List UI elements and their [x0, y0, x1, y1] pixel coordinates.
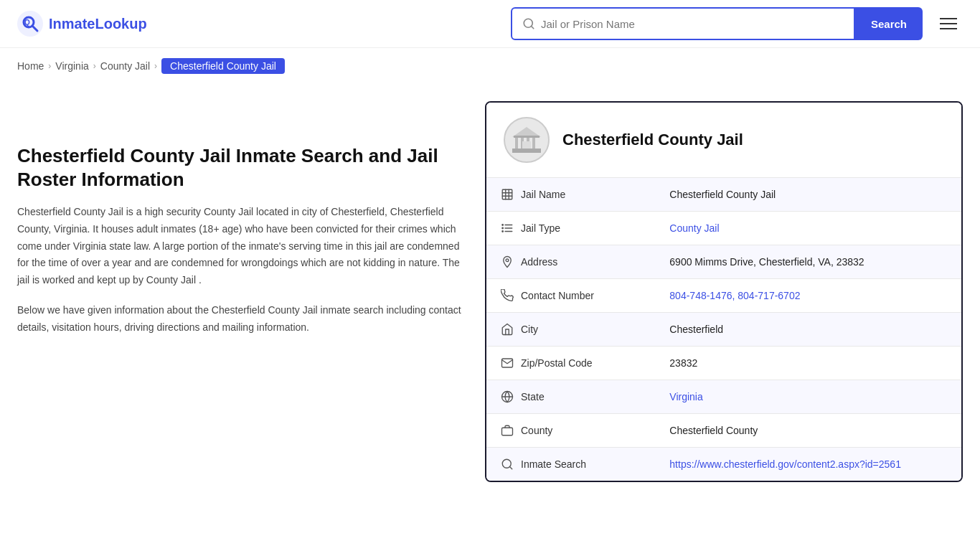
breadcrumb-sep-2: › — [93, 61, 96, 71]
table-row: CityChesterfield — [486, 313, 961, 347]
table-row: CountyChesterfield County — [486, 414, 961, 448]
label-text: City — [521, 324, 538, 335]
cell-value: 23832 — [655, 347, 961, 380]
label-text: Contact Number — [521, 290, 594, 301]
cell-label: Address — [486, 245, 630, 278]
svg-rect-14 — [502, 189, 512, 199]
svg-marker-11 — [512, 127, 541, 137]
label-text: Address — [521, 256, 557, 268]
hamburger-line-2 — [940, 23, 957, 24]
table-row: Jail NameChesterfield County Jail — [486, 178, 961, 212]
page-title: Chesterfield County Jail Inmate Search a… — [17, 144, 462, 191]
svg-point-18 — [502, 225, 504, 226]
table-row: Address6900 Mimms Drive, Chesterfield, V… — [486, 245, 961, 279]
label-text: State — [521, 391, 545, 402]
hamburger-menu[interactable] — [934, 12, 963, 35]
main-content: Chesterfield County Jail Inmate Search a… — [0, 84, 980, 511]
breadcrumb-sep-3: › — [154, 61, 157, 71]
jail-avatar — [504, 117, 550, 163]
breadcrumb-sep-1: › — [48, 61, 51, 71]
table-row: Jail TypeCounty Jail — [486, 212, 961, 245]
cell-value: Chesterfield County — [655, 414, 961, 448]
svg-point-0 — [17, 11, 43, 37]
table-row: Inmate Searchhttps://www.chesterfield.go… — [486, 448, 961, 481]
cell-value: Chesterfield County Jail — [655, 178, 961, 212]
logo[interactable]: Q InmateLookup — [17, 11, 147, 37]
header: Q InmateLookup Search — [0, 0, 980, 48]
cell-value: 6900 Mimms Drive, Chesterfield, VA, 2383… — [655, 245, 961, 279]
svg-rect-13 — [522, 141, 531, 149]
card-header: Chesterfield County Jail — [486, 103, 961, 177]
svg-line-26 — [509, 466, 512, 468]
cell-label: State — [486, 380, 630, 413]
label-text: Zip/Postal Code — [521, 357, 593, 369]
search-box — [511, 7, 855, 40]
right-column: Chesterfield County Jail Jail NameCheste… — [485, 101, 963, 482]
table-row: StateVirginia — [486, 380, 961, 414]
cell-label: County — [486, 414, 630, 447]
svg-rect-24 — [502, 428, 513, 435]
cell-label: Jail Type — [486, 212, 630, 245]
left-column: Chesterfield County Jail Inmate Search a… — [17, 101, 462, 482]
breadcrumb: Home › Virginia › County Jail › Chesterf… — [0, 48, 980, 84]
label-text: Inmate Search — [521, 458, 586, 470]
breadcrumb-state[interactable]: Virginia — [55, 60, 88, 72]
hamburger-line-3 — [940, 28, 957, 29]
breadcrumb-type[interactable]: County Jail — [100, 60, 150, 72]
svg-rect-6 — [512, 149, 541, 153]
cell-link[interactable]: https://www.chesterfield.gov/content2.as… — [669, 458, 901, 470]
cell-label: Contact Number — [486, 279, 630, 312]
svg-text:Q: Q — [24, 19, 30, 27]
search-icon — [522, 17, 535, 30]
search-area: Search — [511, 7, 963, 40]
breadcrumb-home[interactable]: Home — [17, 60, 44, 72]
breadcrumb-current: Chesterfield County Jail — [161, 58, 285, 74]
svg-rect-7 — [515, 137, 518, 149]
cell-value[interactable]: 804-748-1476, 804-717-6702 — [655, 279, 961, 313]
description-1: Chesterfield County Jail is a high secur… — [17, 204, 462, 289]
svg-rect-12 — [514, 136, 540, 138]
label-text: Jail Type — [521, 222, 560, 234]
svg-line-5 — [531, 26, 533, 28]
label-text: Jail Name — [521, 189, 565, 200]
svg-point-21 — [506, 259, 509, 262]
courthouse-icon — [509, 123, 544, 157]
description-2: Below we have given information about th… — [17, 302, 462, 336]
info-table: Jail NameChesterfield County JailJail Ty… — [486, 177, 961, 481]
svg-point-19 — [502, 227, 504, 229]
cell-label: Zip/Postal Code — [486, 347, 630, 380]
hamburger-line-1 — [940, 18, 957, 19]
cell-link[interactable]: 804-748-1476, 804-717-6702 — [669, 290, 800, 301]
search-input[interactable] — [541, 18, 844, 30]
svg-point-20 — [502, 231, 504, 232]
cell-value[interactable]: Virginia — [655, 380, 961, 414]
cell-label: City — [486, 313, 630, 346]
card-title: Chesterfield County Jail — [562, 131, 743, 149]
cell-label: Inmate Search — [486, 448, 630, 481]
logo-icon: Q — [17, 11, 43, 37]
table-row: Zip/Postal Code23832 — [486, 347, 961, 380]
cell-link[interactable]: County Jail — [669, 222, 719, 234]
search-button[interactable]: Search — [855, 7, 923, 40]
cell-value[interactable]: County Jail — [655, 212, 961, 245]
svg-rect-10 — [532, 137, 535, 149]
info-card: Chesterfield County Jail Jail NameCheste… — [485, 101, 963, 482]
cell-link[interactable]: Virginia — [669, 391, 702, 402]
logo-text: InmateLookup — [49, 16, 147, 32]
cell-value: Chesterfield — [655, 313, 961, 347]
table-row: Contact Number804-748-1476, 804-717-6702 — [486, 279, 961, 313]
label-text: County — [521, 425, 552, 436]
cell-label: Jail Name — [486, 178, 630, 211]
cell-value[interactable]: https://www.chesterfield.gov/content2.as… — [655, 448, 961, 481]
